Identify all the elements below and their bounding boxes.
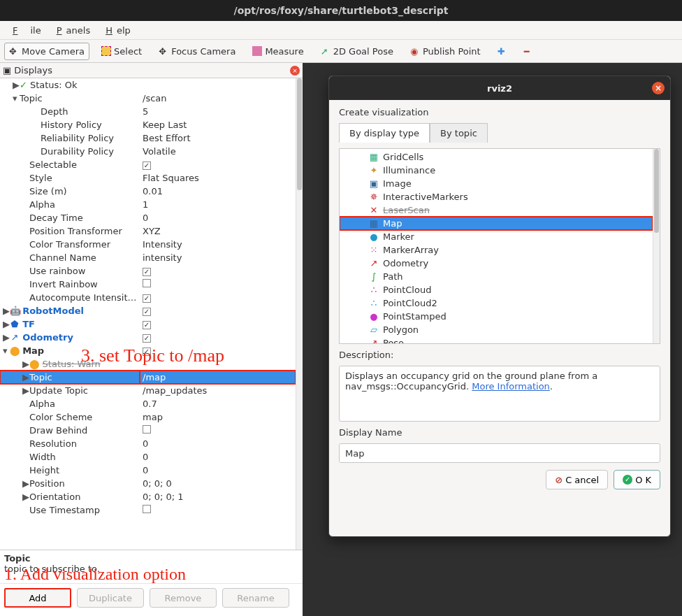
- property-tree[interactable]: ▶Status: Ok▾Topic/scanDepth5History Poli…: [0, 78, 303, 550]
- dialog-close-icon[interactable]: ×: [652, 82, 665, 94]
- type-scrollbar[interactable]: [653, 149, 660, 343]
- tree-row[interactable]: History PolicyKeep Last: [0, 118, 296, 131]
- display-type-pointcloud2[interactable]: ∴PointCloud2: [340, 296, 653, 310]
- tree-scrollbar[interactable]: [296, 78, 303, 550]
- prop-key[interactable]: ▾Topic: [0, 92, 140, 105]
- prop-key[interactable]: ▶Position: [0, 477, 140, 490]
- tree-row[interactable]: Resolution0: [0, 437, 296, 450]
- prop-value[interactable]: ✓: [140, 158, 296, 171]
- display-type-illuminance[interactable]: ✦Illuminance: [340, 164, 653, 177]
- tool-select[interactable]: Select: [96, 43, 147, 60]
- prop-value[interactable]: 0: [140, 437, 296, 450]
- tree-row[interactable]: Selectable✓: [0, 158, 296, 171]
- display-type-odometry[interactable]: ↗Odometry: [340, 257, 653, 270]
- prop-value[interactable]: /map: [140, 371, 296, 384]
- prop-key[interactable]: Selectable: [0, 158, 140, 171]
- display-type-pointstamped[interactable]: ●PointStamped: [340, 310, 653, 323]
- prop-value[interactable]: [140, 503, 296, 517]
- tree-row[interactable]: Color Schememap: [0, 410, 296, 424]
- prop-key[interactable]: Style: [0, 171, 140, 185]
- tree-row[interactable]: StyleFlat Squares: [0, 171, 296, 185]
- cancel-button[interactable]: ⊘Cancel: [546, 470, 608, 489]
- prop-key[interactable]: ▶Update Topic: [0, 384, 140, 397]
- tree-row[interactable]: Use rainbow✓: [0, 264, 296, 278]
- prop-key[interactable]: Resolution: [0, 437, 140, 450]
- menu-help[interactable]: Help: [97, 24, 135, 37]
- tree-row[interactable]: Alpha0.7: [0, 397, 296, 410]
- prop-key[interactable]: ▶Status: Ok: [0, 78, 140, 92]
- tree-row[interactable]: Reliability PolicyBest Effort: [0, 131, 296, 145]
- menu-panels[interactable]: Panels: [48, 24, 94, 37]
- tree-row[interactable]: ▾Topic/scan: [0, 92, 296, 105]
- tree-row[interactable]: ▶Position0; 0; 0: [0, 477, 296, 490]
- prop-key[interactable]: ▶🤖 RobotModel: [0, 304, 140, 317]
- tree-row[interactable]: Color TransformerIntensity: [0, 238, 296, 251]
- prop-value[interactable]: Best Effort: [140, 131, 296, 145]
- prop-value[interactable]: XYZ: [140, 224, 296, 238]
- prop-value[interactable]: 0; 0; 0; 1: [140, 490, 296, 503]
- prop-key[interactable]: ▶⬟ TF: [0, 317, 140, 331]
- prop-key[interactable]: Size (m): [0, 185, 140, 198]
- display-type-markerarray[interactable]: ⁙MarkerArray: [340, 243, 653, 257]
- display-type-image[interactable]: ▣Image: [340, 177, 653, 190]
- tool-goal-pose[interactable]: ➚2D Goal Pose: [316, 43, 398, 60]
- prop-value[interactable]: 0.01: [140, 185, 296, 198]
- tree-row[interactable]: Use Timestamp: [0, 503, 296, 517]
- prop-value[interactable]: Keep Last: [140, 118, 296, 131]
- prop-value[interactable]: /scan: [140, 92, 296, 105]
- prop-value[interactable]: [140, 278, 296, 291]
- tree-row[interactable]: Autocompute Intensit…✓: [0, 291, 296, 304]
- tree-row[interactable]: ▶Update Topic/map_updates: [0, 384, 296, 397]
- tab-by-topic[interactable]: By topic: [430, 123, 488, 143]
- tree-row[interactable]: Width0: [0, 450, 296, 464]
- prop-value[interactable]: [140, 78, 296, 92]
- tree-row[interactable]: Invert Rainbow: [0, 278, 296, 291]
- tree-row[interactable]: ▶Status: Warn: [0, 357, 296, 371]
- tool-remove[interactable]: ━: [519, 43, 539, 59]
- prop-value[interactable]: 5: [140, 105, 296, 118]
- tree-row[interactable]: ▶🤖 RobotModel✓: [0, 304, 296, 317]
- prop-key[interactable]: Reliability Policy: [0, 131, 140, 145]
- tree-row[interactable]: ▶Topic/map: [0, 371, 296, 384]
- tree-row[interactable]: Durability PolicyVolatile: [0, 145, 296, 158]
- display-type-marker[interactable]: ●Marker: [340, 230, 653, 243]
- tab-by-display-type[interactable]: By display type: [339, 123, 430, 143]
- prop-key[interactable]: Draw Behind: [0, 424, 140, 437]
- prop-key[interactable]: Invert Rainbow: [0, 278, 140, 291]
- tool-publish-point[interactable]: ◉Publish Point: [405, 43, 486, 60]
- prop-key[interactable]: Use Timestamp: [0, 503, 140, 517]
- prop-key[interactable]: Alpha: [0, 198, 140, 211]
- rename-button[interactable]: Rename: [222, 588, 289, 608]
- tree-row[interactable]: Alpha1: [0, 198, 296, 211]
- prop-key[interactable]: ▶↗ Odometry: [0, 331, 140, 344]
- panel-close-icon[interactable]: ×: [290, 66, 300, 76]
- more-info-link[interactable]: More Information: [472, 381, 550, 392]
- prop-key[interactable]: Height: [0, 464, 140, 477]
- prop-key[interactable]: Color Scheme: [0, 410, 140, 424]
- tree-row[interactable]: ▶Status: Ok: [0, 78, 296, 92]
- prop-value[interactable]: map: [140, 410, 296, 424]
- tree-row[interactable]: ▶↗ Odometry✓: [0, 331, 296, 344]
- tree-row[interactable]: ▾⬤ Map✓: [0, 344, 296, 357]
- prop-key[interactable]: ▾⬤ Map: [0, 344, 140, 357]
- prop-value[interactable]: /map_updates: [140, 384, 296, 397]
- menu-file[interactable]: File: [4, 24, 45, 37]
- prop-value[interactable]: ✓: [140, 317, 296, 331]
- prop-value[interactable]: 0: [140, 450, 296, 464]
- display-type-gridcells[interactable]: ▦GridCells: [340, 150, 653, 164]
- prop-value[interactable]: ✓: [140, 344, 296, 357]
- prop-value[interactable]: ✓: [140, 264, 296, 278]
- tool-focus-camera[interactable]: ✥Focus Camera: [154, 43, 240, 60]
- prop-value[interactable]: Volatile: [140, 145, 296, 158]
- prop-value[interactable]: 1: [140, 198, 296, 211]
- prop-value[interactable]: Intensity: [140, 238, 296, 251]
- prop-value[interactable]: intensity: [140, 251, 296, 264]
- display-type-interactivemarkers[interactable]: ✵InteractiveMarkers: [340, 190, 653, 203]
- prop-key[interactable]: Depth: [0, 105, 140, 118]
- prop-key[interactable]: ▶Status: Warn: [0, 357, 140, 371]
- tool-move-camera[interactable]: ✥Move Camera: [4, 43, 89, 60]
- display-type-pointcloud[interactable]: ∴PointCloud: [340, 283, 653, 296]
- tree-row[interactable]: Channel Nameintensity: [0, 251, 296, 264]
- prop-value[interactable]: 0; 0; 0: [140, 477, 296, 490]
- display-type-polygon[interactable]: ▱Polygon: [340, 323, 653, 336]
